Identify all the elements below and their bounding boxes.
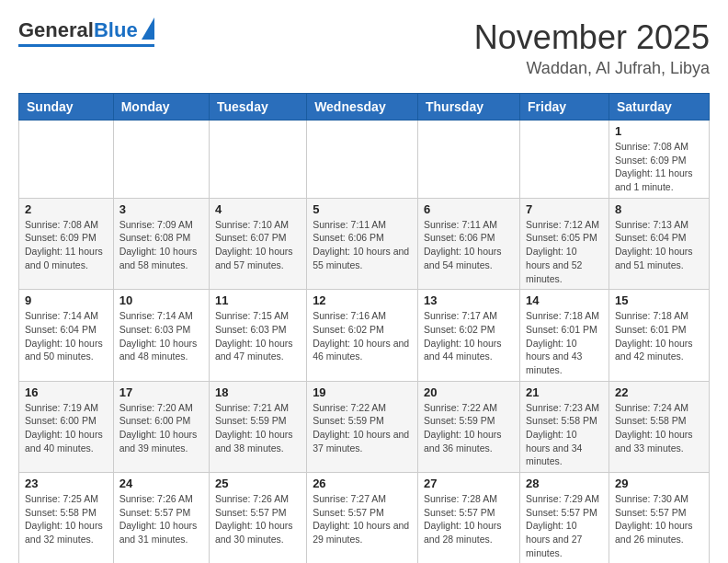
day-info: Sunrise: 7:27 AMSunset: 5:57 PMDaylight:… bbox=[313, 492, 412, 546]
calendar-day-cell: 28Sunrise: 7:29 AMSunset: 5:57 PMDayligh… bbox=[520, 473, 609, 563]
day-info: Sunrise: 7:10 AMSunset: 6:07 PMDaylight:… bbox=[215, 218, 301, 272]
day-info: Sunrise: 7:22 AMSunset: 5:59 PMDaylight:… bbox=[313, 401, 412, 455]
calendar-day-cell: 3Sunrise: 7:09 AMSunset: 6:08 PMDaylight… bbox=[113, 198, 209, 289]
day-number: 22 bbox=[615, 385, 703, 399]
day-number: 2 bbox=[25, 202, 108, 216]
calendar-day-cell: 20Sunrise: 7:22 AMSunset: 5:59 PMDayligh… bbox=[417, 381, 519, 472]
logo-general-text: General bbox=[18, 18, 94, 42]
day-info: Sunrise: 7:12 AMSunset: 6:05 PMDaylight:… bbox=[526, 218, 603, 285]
day-info: Sunrise: 7:21 AMSunset: 5:59 PMDaylight:… bbox=[215, 401, 301, 455]
calendar-day-cell: 2Sunrise: 7:08 AMSunset: 6:09 PMDaylight… bbox=[19, 198, 114, 289]
day-number: 25 bbox=[215, 477, 301, 490]
day-number: 18 bbox=[215, 385, 301, 399]
day-info: Sunrise: 7:15 AMSunset: 6:03 PMDaylight:… bbox=[215, 309, 301, 363]
day-number: 17 bbox=[119, 385, 203, 399]
day-info: Sunrise: 7:19 AMSunset: 6:00 PMDaylight:… bbox=[25, 401, 108, 455]
calendar-day-cell: 1Sunrise: 7:08 AMSunset: 6:09 PMDaylight… bbox=[609, 121, 709, 199]
calendar-day-cell: 6Sunrise: 7:11 AMSunset: 6:06 PMDaylight… bbox=[417, 198, 519, 289]
day-info: Sunrise: 7:09 AMSunset: 6:08 PMDaylight:… bbox=[119, 218, 203, 272]
calendar-day-cell: 12Sunrise: 7:16 AMSunset: 6:02 PMDayligh… bbox=[307, 290, 418, 381]
calendar-day-cell: 21Sunrise: 7:23 AMSunset: 5:58 PMDayligh… bbox=[520, 381, 609, 472]
calendar-week-row: 2Sunrise: 7:08 AMSunset: 6:09 PMDaylight… bbox=[19, 198, 710, 289]
calendar-day-cell: 5Sunrise: 7:11 AMSunset: 6:06 PMDaylight… bbox=[307, 198, 418, 289]
day-info: Sunrise: 7:26 AMSunset: 5:57 PMDaylight:… bbox=[215, 492, 301, 546]
day-number: 6 bbox=[424, 202, 514, 216]
calendar-day-cell: 10Sunrise: 7:14 AMSunset: 6:03 PMDayligh… bbox=[113, 290, 209, 381]
weekday-header-tuesday: Tuesday bbox=[209, 94, 306, 121]
calendar-day-cell: 23Sunrise: 7:25 AMSunset: 5:58 PMDayligh… bbox=[19, 473, 114, 563]
calendar-day-cell: 7Sunrise: 7:12 AMSunset: 6:05 PMDaylight… bbox=[520, 198, 609, 289]
day-number: 16 bbox=[25, 385, 108, 399]
calendar-table: SundayMondayTuesdayWednesdayThursdayFrid… bbox=[18, 93, 710, 563]
weekday-header-monday: Monday bbox=[113, 94, 209, 121]
calendar-day-cell: 18Sunrise: 7:21 AMSunset: 5:59 PMDayligh… bbox=[209, 381, 306, 472]
day-info: Sunrise: 7:25 AMSunset: 5:58 PMDaylight:… bbox=[25, 492, 108, 546]
day-number: 24 bbox=[119, 477, 203, 490]
calendar-day-cell: 17Sunrise: 7:20 AMSunset: 6:00 PMDayligh… bbox=[113, 381, 209, 472]
day-number: 15 bbox=[615, 293, 703, 307]
calendar-day-cell: 19Sunrise: 7:22 AMSunset: 5:59 PMDayligh… bbox=[307, 381, 418, 472]
calendar-day-cell bbox=[113, 121, 209, 199]
day-number: 29 bbox=[615, 477, 703, 490]
calendar-day-cell: 27Sunrise: 7:28 AMSunset: 5:57 PMDayligh… bbox=[417, 473, 519, 563]
calendar-day-cell: 24Sunrise: 7:26 AMSunset: 5:57 PMDayligh… bbox=[113, 473, 209, 563]
location-title: Waddan, Al Jufrah, Libya bbox=[474, 59, 710, 78]
day-info: Sunrise: 7:30 AMSunset: 5:57 PMDaylight:… bbox=[615, 492, 703, 546]
calendar-day-cell: 15Sunrise: 7:18 AMSunset: 6:01 PMDayligh… bbox=[609, 290, 709, 381]
calendar-week-row: 23Sunrise: 7:25 AMSunset: 5:58 PMDayligh… bbox=[19, 473, 710, 563]
day-info: Sunrise: 7:24 AMSunset: 5:58 PMDaylight:… bbox=[615, 401, 703, 455]
day-number: 28 bbox=[526, 477, 603, 490]
day-number: 1 bbox=[615, 124, 703, 138]
calendar-day-cell bbox=[417, 121, 519, 199]
logo-underline bbox=[18, 44, 154, 47]
calendar-day-cell: 25Sunrise: 7:26 AMSunset: 5:57 PMDayligh… bbox=[209, 473, 306, 563]
calendar-day-cell: 8Sunrise: 7:13 AMSunset: 6:04 PMDaylight… bbox=[609, 198, 709, 289]
day-info: Sunrise: 7:18 AMSunset: 6:01 PMDaylight:… bbox=[615, 309, 703, 363]
day-info: Sunrise: 7:22 AMSunset: 5:59 PMDaylight:… bbox=[424, 401, 514, 455]
day-info: Sunrise: 7:14 AMSunset: 6:04 PMDaylight:… bbox=[25, 309, 108, 363]
calendar-week-row: 1Sunrise: 7:08 AMSunset: 6:09 PMDaylight… bbox=[19, 121, 710, 199]
calendar-day-cell: 9Sunrise: 7:14 AMSunset: 6:04 PMDaylight… bbox=[19, 290, 114, 381]
day-info: Sunrise: 7:16 AMSunset: 6:02 PMDaylight:… bbox=[313, 309, 412, 363]
day-number: 9 bbox=[25, 293, 108, 307]
day-number: 12 bbox=[313, 293, 412, 307]
day-info: Sunrise: 7:08 AMSunset: 6:09 PMDaylight:… bbox=[615, 140, 703, 194]
day-number: 13 bbox=[424, 293, 514, 307]
day-info: Sunrise: 7:18 AMSunset: 6:01 PMDaylight:… bbox=[526, 309, 603, 376]
day-info: Sunrise: 7:28 AMSunset: 5:57 PMDaylight:… bbox=[424, 492, 514, 546]
day-number: 4 bbox=[215, 202, 301, 216]
weekday-header-thursday: Thursday bbox=[417, 94, 519, 121]
calendar-day-cell: 11Sunrise: 7:15 AMSunset: 6:03 PMDayligh… bbox=[209, 290, 306, 381]
day-number: 26 bbox=[313, 477, 412, 490]
logo-triangle-icon bbox=[142, 17, 154, 40]
title-section: November 2025 Waddan, Al Jufrah, Libya bbox=[474, 18, 710, 78]
day-number: 19 bbox=[313, 385, 412, 399]
day-number: 5 bbox=[313, 202, 412, 216]
weekday-header-wednesday: Wednesday bbox=[307, 94, 418, 121]
calendar-day-cell: 29Sunrise: 7:30 AMSunset: 5:57 PMDayligh… bbox=[609, 473, 709, 563]
day-info: Sunrise: 7:29 AMSunset: 5:57 PMDaylight:… bbox=[526, 492, 603, 559]
calendar-day-cell: 14Sunrise: 7:18 AMSunset: 6:01 PMDayligh… bbox=[520, 290, 609, 381]
weekday-header-row: SundayMondayTuesdayWednesdayThursdayFrid… bbox=[19, 94, 710, 121]
weekday-header-friday: Friday bbox=[520, 94, 609, 121]
day-info: Sunrise: 7:11 AMSunset: 6:06 PMDaylight:… bbox=[313, 218, 412, 272]
calendar-day-cell: 26Sunrise: 7:27 AMSunset: 5:57 PMDayligh… bbox=[307, 473, 418, 563]
logo: General Blue bbox=[18, 18, 154, 47]
calendar-day-cell: 4Sunrise: 7:10 AMSunset: 6:07 PMDaylight… bbox=[209, 198, 306, 289]
day-info: Sunrise: 7:11 AMSunset: 6:06 PMDaylight:… bbox=[424, 218, 514, 272]
page-header: General Blue November 2025 Waddan, Al Ju… bbox=[18, 18, 710, 78]
day-info: Sunrise: 7:17 AMSunset: 6:02 PMDaylight:… bbox=[424, 309, 514, 363]
day-info: Sunrise: 7:23 AMSunset: 5:58 PMDaylight:… bbox=[526, 401, 603, 468]
calendar-week-row: 16Sunrise: 7:19 AMSunset: 6:00 PMDayligh… bbox=[19, 381, 710, 472]
day-info: Sunrise: 7:26 AMSunset: 5:57 PMDaylight:… bbox=[119, 492, 203, 546]
day-number: 14 bbox=[526, 293, 603, 307]
calendar-day-cell bbox=[307, 121, 418, 199]
calendar-day-cell bbox=[520, 121, 609, 199]
day-info: Sunrise: 7:08 AMSunset: 6:09 PMDaylight:… bbox=[25, 218, 108, 272]
day-number: 3 bbox=[119, 202, 203, 216]
calendar-day-cell bbox=[19, 121, 114, 199]
month-title: November 2025 bbox=[474, 18, 710, 57]
calendar-day-cell: 22Sunrise: 7:24 AMSunset: 5:58 PMDayligh… bbox=[609, 381, 709, 472]
calendar-day-cell: 16Sunrise: 7:19 AMSunset: 6:00 PMDayligh… bbox=[19, 381, 114, 472]
day-number: 20 bbox=[424, 385, 514, 399]
